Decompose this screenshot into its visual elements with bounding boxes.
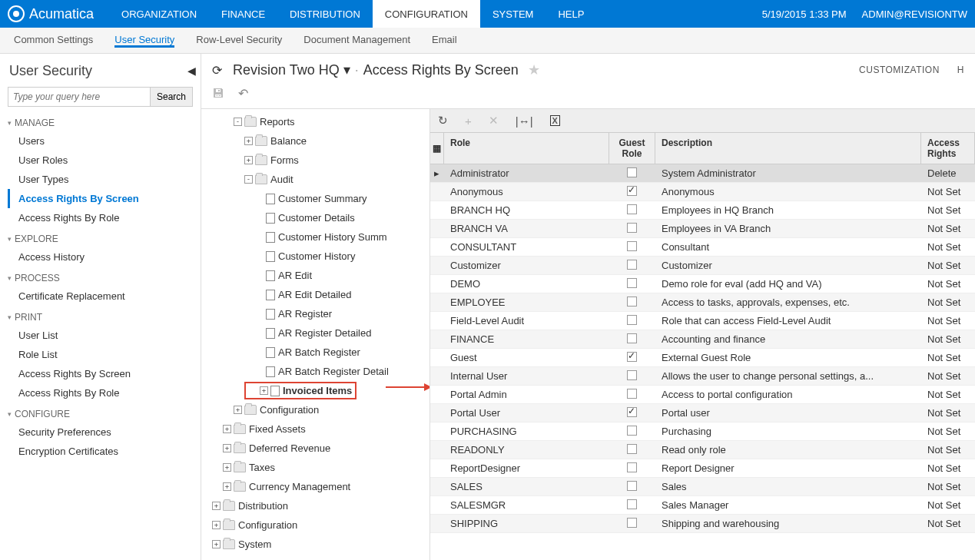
navgroup-process[interactable]: PROCESS — [8, 273, 193, 283]
cell-description[interactable]: Report Designer — [655, 460, 921, 476]
grid-row[interactable]: EMPLOYEEAccess to tasks, approvals, expe… — [430, 293, 975, 312]
cell-guest[interactable] — [609, 497, 655, 514]
cell-guest[interactable] — [609, 515, 655, 532]
tree-expander-icon[interactable]: + — [244, 156, 253, 164]
checkbox-icon[interactable] — [627, 186, 637, 196]
cell-role[interactable]: DEMO — [444, 276, 609, 292]
cell-description[interactable]: Purchasing — [655, 423, 921, 439]
titlebar-right-extra[interactable]: H — [957, 65, 964, 75]
cell-role[interactable]: EMPLOYEE — [444, 294, 609, 310]
tree-node-reports[interactable]: -Reports — [201, 112, 429, 131]
navgroup-manage[interactable]: MANAGE — [8, 118, 193, 128]
cell-role[interactable]: SHIPPING — [444, 515, 609, 532]
cell-description[interactable]: Demo role for eval (add HQ and VA) — [655, 276, 921, 292]
cell-role[interactable]: BRANCH HQ — [444, 202, 609, 218]
tree-node-customer-summary[interactable]: Customer Summary — [201, 189, 429, 208]
navitem-security-preferences[interactable]: Security Preferences — [8, 422, 193, 442]
tree-expander-icon[interactable]: - — [244, 175, 253, 184]
cell-role[interactable]: Field-Level Audit — [444, 313, 609, 329]
cell-access-rights[interactable]: Not Set — [921, 294, 975, 310]
tree-node-ar-register-detailed[interactable]: AR Register Detailed — [201, 323, 429, 343]
grid-row[interactable]: SALESSalesNot Set — [430, 478, 975, 496]
grid-row[interactable]: SHIPPINGShipping and warehousingNot Set — [430, 515, 975, 533]
tree-expander-icon[interactable]: + — [223, 482, 231, 491]
tree-node-forms[interactable]: +Forms — [201, 151, 429, 170]
grid-row[interactable]: BRANCH VAEmployees in VA BranchNot Set — [430, 220, 975, 238]
tree-expander-icon[interactable]: - — [234, 118, 242, 126]
checkbox-icon[interactable] — [627, 499, 637, 509]
cell-role[interactable]: ReportDesigner — [444, 460, 609, 476]
user-menu[interactable]: ADMIN@REVISIONTW — [862, 8, 967, 20]
cell-guest[interactable] — [609, 368, 655, 385]
tree-expander-icon[interactable]: + — [223, 444, 231, 452]
tree-expander-icon[interactable]: + — [223, 425, 231, 433]
tree-expander-icon[interactable]: + — [212, 502, 221, 510]
grid-header-desc[interactable]: Description — [655, 133, 921, 164]
tree-node-customer-history[interactable]: Customer History — [201, 247, 429, 266]
topnav-item-finance[interactable]: FINANCE — [209, 0, 277, 28]
grid-row[interactable]: ▸AdministratorSystem AdministratorDelete — [430, 164, 975, 183]
grid-fit-icon[interactable]: |↔| — [516, 114, 533, 128]
cell-role[interactable]: Anonymous — [444, 184, 609, 200]
tree-node-deferred-revenue[interactable]: +Deferred Revenue — [201, 439, 429, 458]
cell-access-rights[interactable]: Not Set — [921, 184, 975, 200]
tree-expander-icon[interactable]: + — [244, 137, 253, 145]
grid-delete-icon[interactable]: ✕ — [489, 114, 499, 128]
checkbox-icon[interactable] — [627, 370, 637, 380]
tree-node-configuration[interactable]: +Configuration — [201, 515, 429, 535]
checkbox-icon[interactable] — [627, 462, 637, 472]
cell-access-rights[interactable]: Not Set — [921, 497, 975, 513]
navitem-role-list[interactable]: Role List — [8, 345, 193, 364]
navitem-access-history[interactable]: Access History — [8, 247, 193, 267]
cell-description[interactable]: Employees in VA Branch — [655, 220, 921, 237]
grid-refresh-icon[interactable]: ↻ — [438, 114, 448, 128]
grid-row[interactable]: CONSULTANTConsultantNot Set — [430, 238, 975, 257]
company-selector[interactable]: Revision Two HQ ▾ — [233, 61, 350, 78]
tree-node-ar-edit-detailed[interactable]: AR Edit Detailed — [201, 285, 429, 304]
cell-access-rights[interactable]: Not Set — [921, 276, 975, 292]
undo-icon[interactable]: ↶ — [238, 86, 248, 101]
cell-guest[interactable] — [609, 386, 655, 403]
cell-description[interactable]: Sales — [655, 479, 921, 495]
cell-description[interactable]: Sales Manager — [655, 497, 921, 513]
navitem-access-rights-by-role[interactable]: Access Rights By Role — [8, 383, 193, 403]
collapse-sidebar-icon[interactable]: ◀ — [187, 65, 196, 77]
cell-access-rights[interactable]: Not Set — [921, 368, 975, 384]
grid-row[interactable]: CustomizerCustomizerNot Set — [430, 257, 975, 275]
cell-access-rights[interactable]: Not Set — [921, 460, 975, 476]
checkbox-icon[interactable] — [627, 352, 637, 362]
subnav-item-row-level-security[interactable]: Row-Level Security — [196, 34, 282, 47]
cell-description[interactable]: Customizer — [655, 257, 921, 273]
cell-access-rights[interactable]: Not Set — [921, 423, 975, 439]
topnav-item-configuration[interactable]: CONFIGURATION — [373, 0, 480, 28]
tree-expander-icon[interactable]: + — [212, 540, 221, 548]
cell-access-rights[interactable]: Not Set — [921, 239, 975, 255]
cell-access-rights[interactable]: Not Set — [921, 331, 975, 347]
navitem-user-roles[interactable]: User Roles — [8, 151, 193, 170]
cell-access-rights[interactable]: Not Set — [921, 220, 975, 237]
tree-node-distribution[interactable]: +Distribution — [201, 496, 429, 515]
brand-logo[interactable]: Acumatica — [8, 5, 94, 22]
cell-role[interactable]: Guest — [444, 350, 609, 366]
cell-guest[interactable] — [609, 442, 655, 459]
cell-guest[interactable] — [609, 479, 655, 495]
cell-access-rights[interactable]: Not Set — [921, 313, 975, 329]
navitem-users[interactable]: Users — [8, 131, 193, 151]
grid-row[interactable]: FINANCEAccounting and financeNot Set — [430, 330, 975, 349]
tree-node-ar-batch-register-detail[interactable]: AR Batch Register Detail — [201, 362, 429, 381]
cell-access-rights[interactable]: Not Set — [921, 515, 975, 532]
cell-role[interactable]: Internal User — [444, 368, 609, 384]
tree-node-balance[interactable]: +Balance — [201, 131, 429, 151]
cell-description[interactable]: External Guest Role — [655, 350, 921, 366]
cell-role[interactable]: Portal User — [444, 405, 609, 421]
grid-row[interactable]: Field-Level AuditRole that can access Fi… — [430, 312, 975, 330]
cell-role[interactable]: Customizer — [444, 257, 609, 273]
cell-guest[interactable] — [609, 184, 655, 200]
cell-role[interactable]: Portal Admin — [444, 386, 609, 403]
grid-row[interactable]: GuestExternal Guest RoleNot Set — [430, 349, 975, 367]
checkbox-icon[interactable] — [627, 204, 637, 214]
navitem-encryption-certificates[interactable]: Encryption Certificates — [8, 442, 193, 461]
checkbox-icon[interactable] — [627, 407, 637, 417]
checkbox-icon[interactable] — [627, 444, 637, 454]
cell-guest[interactable] — [609, 350, 655, 366]
